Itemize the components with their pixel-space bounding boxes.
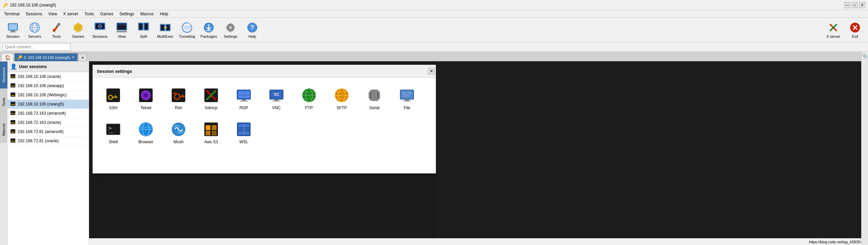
- tab-close-button[interactable]: ✕: [72, 55, 75, 60]
- session-type-ftp[interactable]: FTP: [295, 84, 323, 113]
- session-type-shell[interactable]: _ > Shell: [100, 118, 127, 147]
- toolbar-multiexec-button[interactable]: MultiExec: [155, 19, 175, 41]
- toolbar-session-button[interactable]: Session: [3, 19, 23, 41]
- menu-xserver[interactable]: X server: [61, 11, 81, 17]
- settings-icon: [224, 21, 237, 34]
- side-tab-sessions[interactable]: Sessions: [0, 61, 7, 88]
- session-type-xdmcp[interactable]: Xdmcp: [198, 84, 225, 113]
- tab-home-button[interactable]: 🏠: [1, 53, 14, 61]
- session-item-2[interactable]: 192.168.10.106 (wasapp): [7, 81, 89, 91]
- session-type-telnet-label: Telnet: [140, 105, 151, 110]
- toolbar-exit-button[interactable]: Exit: [845, 19, 865, 41]
- svg-rect-75: [14, 132, 15, 132]
- menu-view[interactable]: View: [46, 11, 60, 17]
- toolbar-view-button[interactable]: View: [112, 19, 132, 41]
- svg-point-47: [11, 85, 13, 87]
- svg-rect-79: [14, 141, 14, 141]
- dialog-content: SSH Telnet: [93, 78, 439, 154]
- toolbar-tunneling-button[interactable]: Tunneling: [177, 19, 197, 41]
- toolbar-packages-button[interactable]: Packages: [199, 19, 219, 41]
- quick-connect-input[interactable]: [3, 43, 71, 51]
- minimize-button[interactable]: —: [844, 2, 850, 8]
- session-key-icon-2: [10, 83, 16, 88]
- close-button[interactable]: ✕: [859, 2, 865, 8]
- session-type-sftp-label: SFTP: [337, 105, 347, 110]
- session-type-rsh[interactable]: Rsh: [165, 84, 192, 113]
- session-item-8[interactable]: 192.168.72.81 (oracle): [7, 136, 89, 146]
- clip-icon[interactable]: 📎: [862, 53, 868, 59]
- toolbar-sessions-button[interactable]: Sessions: [90, 19, 110, 41]
- toolbar-split-button[interactable]: Split: [133, 19, 154, 41]
- session-label-3: 192.168.10.106 (Weblogic): [18, 93, 67, 97]
- rsh-icon: [170, 87, 187, 103]
- toolbar-servers-label: Servers: [28, 34, 41, 38]
- tab-bar: 🏠 🔑 2. 192.168.10.106 (zwang5) ✕ +: [0, 52, 868, 61]
- browser-icon: [138, 121, 154, 137]
- menu-macros[interactable]: Macros: [138, 11, 156, 17]
- svg-rect-55: [14, 95, 15, 96]
- session-item-6[interactable]: 192.168.72.163 (oracle): [7, 118, 89, 127]
- svg-point-52: [11, 95, 13, 96]
- session-type-telnet[interactable]: Telnet: [132, 84, 159, 113]
- session-settings-dialog: Session settings ✕: [92, 65, 439, 174]
- session-type-awss3[interactable]: Aws S3: [198, 118, 225, 147]
- svg-rect-70: [14, 122, 15, 123]
- session-label-1: 192.168.10.106 (oracle): [18, 74, 61, 79]
- session-type-wsl[interactable]: WSL: [230, 118, 257, 147]
- session-item-7[interactable]: 192.168.72.81 (amarsoft): [7, 127, 89, 136]
- session-key-icon: [10, 74, 16, 79]
- svg-rect-25: [144, 23, 148, 30]
- menu-help[interactable]: Help: [157, 11, 171, 17]
- menu-tools[interactable]: Tools: [82, 11, 97, 17]
- tab-icon: 🔑: [17, 55, 22, 60]
- view-icon: [116, 21, 128, 34]
- session-type-browser-label: Browser: [138, 140, 153, 144]
- svg-rect-109: [274, 99, 278, 101]
- menu-bar: Terminal Sessions View X server Tools Ga…: [0, 10, 868, 18]
- session-item-4[interactable]: 192.168.10.106 (zwang5): [7, 100, 89, 109]
- session-type-vnc[interactable]: VC VNC: [263, 84, 290, 113]
- menu-terminal[interactable]: Terminal: [1, 11, 22, 17]
- dialog-title: Session settings: [97, 69, 132, 74]
- session-key-icon-4: [10, 101, 16, 107]
- session-type-rdp[interactable]: RDP: [230, 84, 257, 113]
- session-type-mosh[interactable]: Mosh: [165, 118, 192, 147]
- side-tab-tools[interactable]: Tools: [0, 88, 7, 116]
- toolbar-help-label: Help: [249, 34, 256, 38]
- session-type-ssh[interactable]: SSH: [100, 84, 127, 113]
- toolbar-xserver-button[interactable]: X server: [823, 19, 844, 41]
- toolbar-games-button[interactable]: Games: [68, 19, 88, 41]
- svg-rect-2: [11, 31, 15, 32]
- toolbar-view-label: View: [118, 34, 126, 38]
- menu-sessions[interactable]: Sessions: [23, 11, 45, 17]
- status-bar: https://blog.csdn.net/qq_428354...: [89, 238, 868, 245]
- session-type-browser[interactable]: Browser: [132, 118, 159, 147]
- toolbar-settings-label: Settings: [224, 34, 237, 38]
- vnc-icon: VC: [268, 87, 285, 103]
- sessions-panel-title: User sessions: [19, 64, 47, 69]
- tab-session-1[interactable]: 🔑 2. 192.168.10.106 (zwang5) ✕: [14, 53, 78, 61]
- session-type-file[interactable]: File: [393, 84, 421, 113]
- session-type-serial[interactable]: Serial: [361, 84, 388, 113]
- session-type-sftp[interactable]: SFTP: [328, 84, 355, 113]
- toolbar-servers-button[interactable]: Servers: [24, 19, 45, 41]
- toolbar-tools-button[interactable]: Tools: [46, 19, 67, 41]
- tab-add-button[interactable]: +: [79, 54, 87, 61]
- toolbar-settings-button[interactable]: Settings: [220, 19, 241, 41]
- toolbar-games-label: Games: [72, 34, 84, 38]
- toolbar-help-button[interactable]: ? Help: [242, 19, 262, 41]
- terminal-area: [436, 61, 868, 238]
- svg-rect-49: [14, 85, 14, 86]
- dialog-close-button[interactable]: ✕: [428, 68, 435, 75]
- side-tab-macros[interactable]: Macros: [0, 116, 7, 143]
- session-item-3[interactable]: 192.168.10.106 (Weblogic): [7, 91, 89, 100]
- session-item-1[interactable]: 192.168.10.106 (oracle): [7, 72, 89, 81]
- svg-point-125: [377, 93, 378, 94]
- session-item-5[interactable]: 192.168.72.163 (amarsoft): [7, 109, 89, 118]
- menu-settings[interactable]: Settings: [117, 11, 137, 17]
- session-key-icon-5: [10, 111, 16, 116]
- svg-rect-134: [402, 94, 411, 95]
- maximize-button[interactable]: □: [852, 2, 858, 8]
- toolbar-right-buttons: X server Exit: [823, 19, 865, 41]
- menu-games[interactable]: Games: [98, 11, 116, 17]
